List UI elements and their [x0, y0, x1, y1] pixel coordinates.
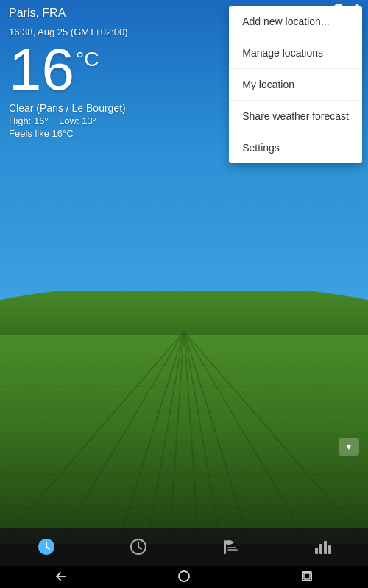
nav-charts[interactable] [304, 532, 341, 562]
bottom-navbar [0, 528, 368, 566]
high-temp: High: 16° [9, 115, 49, 126]
menu-item-my-location[interactable]: My location [229, 69, 362, 101]
dropdown-menu: Add new location... Manage locations My … [229, 6, 362, 163]
feels-like-label: Feels like 16°C [9, 128, 128, 139]
svg-rect-1 [0, 335, 368, 544]
city-label: Paris, FRA [9, 7, 66, 20]
app: Paris, FRA 16:38, Aug 25 (GMT+02:00) 16 … [0, 0, 368, 588]
expand-button[interactable] [339, 438, 359, 456]
nav-hourly[interactable] [120, 532, 157, 562]
field-background [0, 291, 368, 544]
back-button[interactable] [54, 570, 68, 585]
menu-item-share-forecast[interactable]: Share weather forecast [229, 101, 362, 132]
svg-rect-30 [315, 548, 318, 554]
weather-info: 16:38, Aug 25 (GMT+02:00) 16 °C Clear (P… [9, 26, 128, 139]
svg-rect-33 [328, 545, 331, 554]
nav-forecast[interactable] [212, 532, 249, 562]
low-temp: Low: 13° [59, 115, 96, 126]
datetime-label: 16:38, Aug 25 (GMT+02:00) [9, 26, 128, 37]
svg-line-26 [138, 547, 141, 549]
system-bar [0, 566, 368, 588]
home-button[interactable] [177, 570, 191, 585]
svg-rect-32 [324, 541, 327, 554]
temperature-value: 16 [9, 40, 74, 99]
menu-item-settings[interactable]: Settings [229, 132, 362, 163]
temperature-range: High: 16° Low: 13° [9, 115, 128, 126]
svg-rect-36 [304, 573, 310, 579]
temperature-unit: °C [76, 48, 99, 71]
svg-rect-31 [319, 544, 322, 554]
temperature-container: 16 °C [9, 40, 128, 99]
menu-item-add-location[interactable]: Add new location... [229, 6, 362, 37]
menu-item-manage-locations[interactable]: Manage locations [229, 37, 362, 69]
svg-point-34 [179, 571, 189, 581]
weather-description: Clear (Paris / Le Bourget) [9, 102, 128, 114]
nav-current-weather[interactable] [28, 532, 65, 562]
recents-button[interactable] [300, 570, 314, 585]
